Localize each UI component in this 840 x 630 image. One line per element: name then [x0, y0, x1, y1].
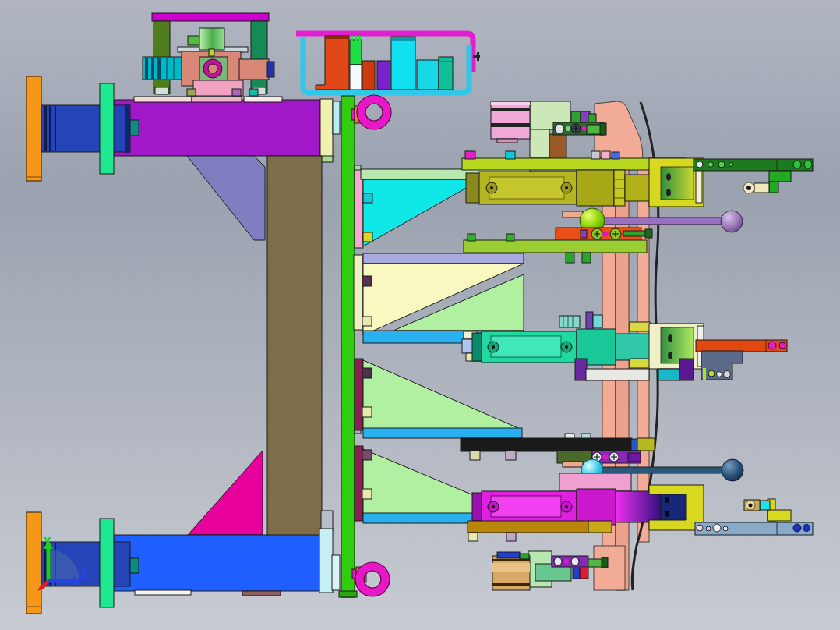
motor-body: [199, 28, 224, 50]
block-red-small: [580, 568, 588, 579]
clamp-pin-a-tip: [645, 229, 652, 238]
gearbox-baseplate-mid: [192, 97, 242, 102]
spacer-strip-cyan-bottom2: [332, 555, 340, 590]
cad-viewport[interactable]: Y Z: [0, 0, 840, 630]
valve-block-cyan-tall[interactable]: [391, 37, 415, 90]
valve-tooth: [355, 36, 357, 41]
handle-ball-navy[interactable]: [722, 459, 743, 481]
knob-top: [130, 120, 139, 136]
spacer-strip-cream-top: [320, 99, 333, 158]
arm-a-hole: [804, 161, 812, 168]
valve-block-cyan-mid[interactable]: [417, 60, 439, 90]
stop-block-cream-a: [754, 183, 769, 193]
cad-canvas[interactable]: Y Z: [0, 0, 840, 630]
strip-blue-row3: [363, 428, 522, 438]
bolt-gray: [591, 151, 600, 159]
block-purple-b1: [575, 359, 587, 380]
handle-rod-a[interactable]: [600, 218, 725, 225]
foot-bolt: [187, 89, 196, 96]
riser-strip-maroon2: [355, 446, 363, 521]
arm-a-hole: [708, 162, 714, 168]
flange-bottom[interactable]: [100, 519, 114, 607]
bar-black-c[interactable]: [461, 438, 632, 451]
guide-hole: [708, 370, 715, 377]
clamp-pin-a: [623, 231, 648, 236]
screw-dot: [492, 345, 495, 349]
block-teal-b: [658, 369, 679, 380]
main-column[interactable]: [267, 156, 322, 536]
axis-y-label: Y: [43, 535, 51, 547]
arm-c-hole: [706, 526, 711, 531]
link-salmon-a: [563, 211, 583, 218]
bolt-khaki: [470, 451, 480, 460]
plate-chartreuse-a[interactable]: [462, 158, 666, 170]
screw-dot: [492, 505, 495, 508]
fixture-base-plate[interactable]: [341, 96, 355, 597]
bar-tan-c[interactable]: [468, 521, 588, 533]
coupling-rib: [166, 58, 168, 79]
bolt-green-under: [582, 253, 591, 263]
axis-z-label: Z: [80, 568, 89, 582]
cylinder-a-connector: [625, 175, 650, 201]
guide-strip-lime: [703, 368, 706, 380]
arm-a-hole: [697, 161, 703, 168]
flange-top[interactable]: [100, 83, 114, 174]
arm-c-hole: [803, 525, 810, 532]
handle-rod-c[interactable]: [600, 467, 726, 473]
strip-periwinkle: [363, 253, 524, 264]
foot-bolt: [232, 89, 241, 96]
arm-a-hole: [793, 161, 801, 168]
bracket-hole: [666, 189, 671, 196]
arm-a-hole: [718, 161, 725, 168]
valve-block-purple[interactable]: [377, 61, 390, 90]
top-beam[interactable]: [114, 100, 320, 156]
foot-bolt: [249, 89, 258, 96]
cylinder-c-face: [491, 496, 561, 517]
valve-tooth: [358, 36, 361, 41]
fitting-ribbed-b: [559, 316, 580, 327]
gantry-top-bar: [152, 13, 269, 21]
end-plate-bottom[interactable]: [26, 512, 41, 614]
ribs-yellow-top-b: [630, 322, 650, 331]
screw-dot: [565, 505, 568, 508]
stop-bracket-c[interactable]: [768, 510, 791, 521]
motor-stem: [209, 49, 214, 56]
coupling-rib: [173, 58, 175, 79]
ribs-yellow-bot-b: [630, 359, 650, 368]
probe-tip-c: [602, 557, 608, 568]
arm-c-hole: [713, 524, 721, 532]
sensor-dot: [566, 126, 570, 131]
block-white-b: [586, 369, 649, 380]
cylinder-b-face: [491, 336, 561, 357]
valve-block-orange2[interactable]: [362, 61, 375, 90]
cylinder-b-connector: [616, 334, 651, 360]
bar-end-blue: [631, 439, 637, 451]
pilot-stripe: [491, 108, 530, 111]
coupling-rib: [145, 58, 148, 79]
plate-lime-a[interactable]: [464, 240, 647, 253]
cylinder-a-cap: [466, 173, 480, 203]
valve-tooth: [351, 36, 353, 41]
valve-block-white[interactable]: [350, 65, 362, 90]
stop-washer-c-hole: [749, 504, 753, 508]
end-plate-top[interactable]: [26, 76, 41, 181]
fitting-green2: [588, 114, 596, 123]
valve-block-green[interactable]: [350, 40, 362, 65]
coupling-rib: [151, 58, 154, 79]
fitting-cyan-b: [593, 315, 602, 327]
side-bolt: [362, 489, 372, 499]
side-bolt: [362, 276, 372, 286]
handle-ball-purple[interactable]: [721, 211, 743, 232]
bottom-beam[interactable]: [114, 535, 322, 591]
pilot-tab: [497, 139, 517, 143]
bolt-green: [506, 234, 514, 241]
sensor-screw: [571, 557, 579, 565]
cylinder-a-head: [577, 170, 614, 206]
sensor-screw: [554, 557, 562, 565]
cylinder-c-head: [577, 489, 616, 525]
arm-c-hole: [723, 526, 728, 531]
gantry-post-right: [251, 21, 267, 94]
bolt-khaki: [468, 533, 478, 541]
coupling-cyan: [143, 57, 187, 80]
stop-bracket-a[interactable]: [769, 171, 791, 182]
